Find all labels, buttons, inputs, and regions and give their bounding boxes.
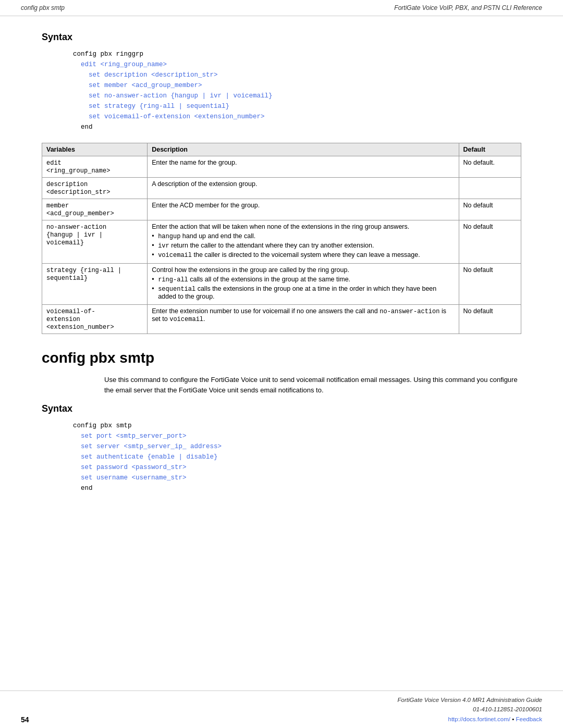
var-cell: edit<ring_group_name>: [42, 156, 148, 178]
col-header-variables: Variables: [42, 143, 148, 156]
var-cell: member<acd_group_member>: [42, 199, 148, 220]
table-row: voicemail-of-extension<extension_number>…: [42, 305, 521, 334]
var-cell: description<description_str>: [42, 178, 148, 199]
footer-doc-id: 01-410-112851-20100601: [473, 706, 542, 712]
desc-cell: Enter the action that will be taken when…: [148, 220, 459, 264]
desc-cell: Enter the name for the group.: [148, 156, 459, 178]
code-block-ringgrp: config pbx ringgrp edit <ring_group_name…: [73, 49, 521, 132]
table-row: edit<ring_group_name> Enter the name for…: [42, 156, 521, 178]
var-cell: voicemail-of-extension<extension_number>: [42, 305, 148, 334]
desc-cell: Enter the ACD member for the group.: [148, 199, 459, 220]
col-header-default: Default: [459, 143, 521, 156]
default-cell: [459, 178, 521, 199]
default-cell: No default: [459, 264, 521, 305]
desc-cell: Control how the extensions in the group …: [148, 264, 459, 305]
variables-table: Variables Description Default edit<ring_…: [42, 143, 521, 334]
var-cell: no-answer-action{hangup | ivr |voicemail…: [42, 220, 148, 264]
table-row: description<description_str> A descripti…: [42, 178, 521, 199]
default-cell: No default: [459, 199, 521, 220]
default-cell: No default.: [459, 156, 521, 178]
desc-cell: Enter the extension number to use for vo…: [148, 305, 459, 334]
footer-title: FortiGate Voice Version 4.0 MR1 Administ…: [398, 697, 542, 703]
footer-url-link[interactable]: http://docs.fortinet.com/: [448, 716, 511, 722]
table-row: no-answer-action{hangup | ivr |voicemail…: [42, 220, 521, 264]
table-row: strategy {ring-all |sequential} Control …: [42, 264, 521, 305]
var-cell: strategy {ring-all |sequential}: [42, 264, 148, 305]
page-footer: 54 FortiGate Voice Version 4.0 MR1 Admin…: [0, 690, 563, 728]
header-right: FortiGate Voice VoIP, PBX, and PSTN CLI …: [394, 4, 542, 11]
syntax-heading-2: Syntax: [42, 403, 521, 414]
header-left: config pbx smtp: [21, 4, 65, 11]
default-cell: No default: [459, 220, 521, 264]
page-content: Syntax config pbx ringgrp edit <ring_gro…: [0, 16, 563, 535]
page-number: 54: [21, 715, 29, 724]
default-cell: No default: [459, 305, 521, 334]
code-block-smtp: config pbx smtp set port <smtp_server_po…: [73, 421, 521, 493]
syntax-heading-1: Syntax: [42, 32, 521, 43]
desc-cell: A description of the extension group.: [148, 178, 459, 199]
section-heading-smtp: config pbx smtp: [42, 350, 521, 366]
table-row: member<acd_group_member> Enter the ACD m…: [42, 199, 521, 220]
page-header: config pbx smtp FortiGate Voice VoIP, PB…: [0, 0, 563, 16]
footer-right: FortiGate Voice Version 4.0 MR1 Administ…: [398, 695, 542, 724]
col-header-description: Description: [148, 143, 459, 156]
section-description: Use this command to configure the FortiG…: [104, 375, 521, 395]
footer-feedback-link[interactable]: Feedback: [516, 716, 542, 722]
